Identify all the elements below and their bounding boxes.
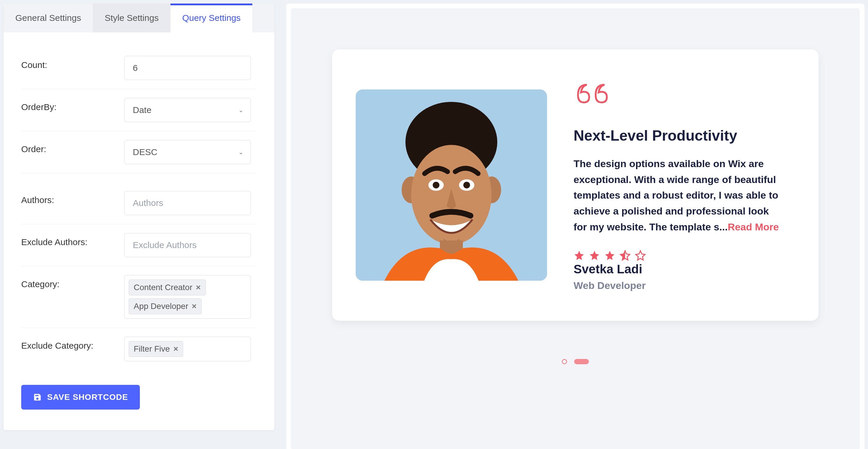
star-icon [589, 250, 600, 261]
chevron-down-icon: ⌄ [239, 106, 244, 114]
chevron-down-icon: ⌄ [239, 149, 244, 156]
label-orderby: OrderBy: [21, 98, 124, 112]
rating-stars [574, 250, 783, 261]
tab-style[interactable]: Style Settings [93, 3, 170, 32]
star-outline-icon [635, 250, 646, 261]
remove-tag-icon[interactable]: × [174, 344, 178, 354]
label-exclude-category: Exclude Category: [21, 336, 124, 351]
order-value: DESC [133, 147, 157, 157]
tabs-bar: General Settings Style Settings Query Se… [3, 3, 274, 32]
order-select[interactable]: DESC ⌄ [124, 140, 251, 164]
label-count: Count: [21, 56, 124, 70]
save-shortcode-button[interactable]: SAVE SHORTCODE [21, 385, 140, 410]
star-half-icon [620, 250, 631, 261]
tab-general[interactable]: General Settings [3, 3, 93, 32]
settings-panel: General Settings Style Settings Query Se… [3, 3, 274, 430]
svg-point-8 [433, 182, 440, 188]
svg-point-2 [423, 103, 480, 149]
app-root: General Settings Style Settings Query Se… [3, 3, 865, 449]
label-authors: Authors: [21, 191, 124, 205]
author-name: Svetka Ladi [574, 262, 783, 276]
exclude-authors-input[interactable]: Exclude Authors [124, 233, 251, 257]
orderby-value: Date [133, 105, 151, 115]
tag-label: App Developer [134, 301, 188, 311]
read-more-link[interactable]: Read More [727, 221, 779, 232]
category-tag[interactable]: App Developer × [129, 298, 202, 314]
authors-input[interactable]: Authors [124, 191, 251, 215]
svg-point-9 [463, 182, 470, 188]
tag-label: Filter Five [134, 344, 170, 354]
row-orderby: OrderBy: Date ⌄ [21, 89, 257, 131]
row-category: Category: Content Creator × App Develope… [21, 266, 257, 328]
exclude-category-tag[interactable]: Filter Five × [129, 341, 183, 357]
query-settings-form: Count: 6 OrderBy: Date ⌄ Order: [3, 32, 274, 430]
author-role: Web Developer [574, 280, 783, 291]
preview-panel: Next-Level Productivity The design optio… [286, 3, 865, 449]
star-icon [604, 250, 615, 261]
exclude-category-input[interactable]: Filter Five × [124, 336, 251, 361]
testimonial-card: Next-Level Productivity The design optio… [332, 50, 818, 321]
avatar [356, 90, 547, 281]
save-icon [33, 393, 42, 402]
remove-tag-icon[interactable]: × [196, 283, 200, 292]
preview-canvas: Next-Level Productivity The design optio… [291, 8, 860, 449]
testimonial-body: The design options available on Wix are … [574, 156, 783, 235]
row-order: Order: DESC ⌄ [21, 131, 257, 173]
testimonial-title: Next-Level Productivity [574, 127, 783, 144]
carousel-dot[interactable] [562, 359, 567, 364]
label-exclude-authors: Exclude Authors: [21, 233, 124, 247]
carousel-dot-active[interactable] [574, 359, 589, 364]
category-input[interactable]: Content Creator × App Developer × [124, 275, 251, 319]
testimonial-content: Next-Level Productivity The design optio… [574, 79, 783, 291]
row-exclude-authors: Exclude Authors: Exclude Authors [21, 224, 257, 266]
orderby-select[interactable]: Date ⌄ [124, 98, 251, 122]
row-exclude-category: Exclude Category: Filter Five × [21, 328, 257, 370]
count-input[interactable]: 6 [124, 56, 251, 80]
quote-icon [574, 79, 783, 113]
save-label: SAVE SHORTCODE [47, 392, 128, 402]
label-order: Order: [21, 140, 124, 154]
label-category: Category: [21, 275, 124, 289]
star-icon [574, 250, 585, 261]
tab-query[interactable]: Query Settings [170, 3, 252, 32]
tag-label: Content Creator [134, 283, 192, 292]
category-tag[interactable]: Content Creator × [129, 280, 206, 295]
remove-tag-icon[interactable]: × [192, 301, 196, 311]
row-count: Count: 6 [21, 47, 257, 89]
row-authors: Authors: Authors [21, 173, 257, 224]
carousel-dots [332, 359, 818, 364]
